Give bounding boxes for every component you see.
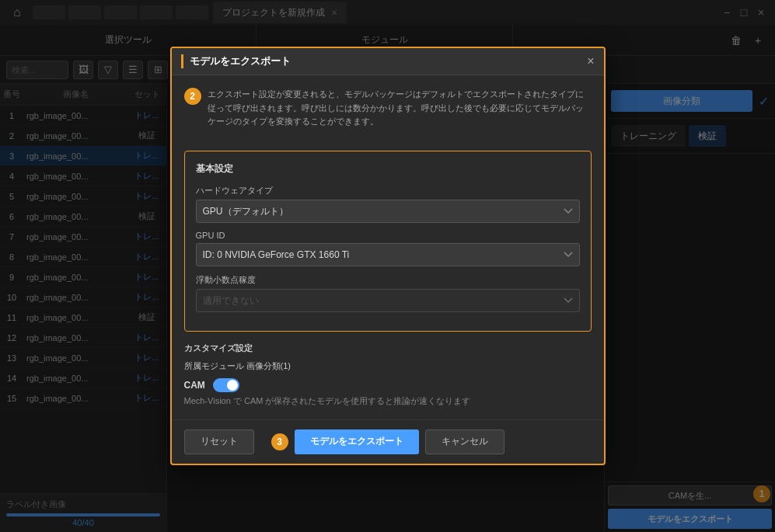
customize-title: カスタマイズ設定	[184, 342, 592, 354]
badge-2: 2	[184, 88, 201, 105]
gpu-id-label: GPU ID	[196, 231, 580, 240]
float-precision-group: 浮動小数点稼度 適用できない	[196, 274, 580, 312]
hardware-type-group: ハードウェアタイプ GPU（デフォルト）	[196, 185, 580, 223]
customize-section: カスタマイズ設定 所属モジュール 画像分類(1) CAM Mech-Vision…	[184, 342, 592, 407]
cam-description: Mech-Vision で CAM が保存されたモデルを使用すると推論が速くなり…	[184, 395, 592, 407]
modal-footer: リセット 3 モデルをエクスポート キャンセル	[172, 419, 604, 464]
cam-toggle[interactable]	[213, 378, 239, 392]
cam-label: CAM	[184, 380, 205, 391]
float-label: 浮動小数点稼度	[196, 274, 580, 286]
reset-button[interactable]: リセット	[184, 429, 254, 454]
cancel-button[interactable]: キャンセル	[425, 429, 504, 454]
modal-body: 2 エクスポート設定が変更されると、モデルパッケージはデフォルトでエクスポートさ…	[172, 75, 604, 419]
description-row: 2 エクスポート設定が変更されると、モデルパッケージはデフォルトでエクスポートさ…	[184, 88, 592, 141]
modal-overlay[interactable]: モデルをエクスポート × 2 エクスポート設定が変更されると、モデルパッケージは…	[0, 0, 775, 532]
modal-title: モデルをエクスポート	[181, 54, 291, 68]
float-select[interactable]: 適用できない	[196, 289, 580, 312]
cam-row: CAM	[184, 378, 592, 392]
hardware-select[interactable]: GPU（デフォルト）	[196, 200, 580, 223]
footer-actions: 3 モデルをエクスポート キャンセル	[271, 429, 504, 454]
export-modal: モデルをエクスポート × 2 エクスポート設定が変更されると、モデルパッケージは…	[170, 47, 606, 465]
badge-3: 3	[271, 433, 288, 450]
modal-header: モデルをエクスポート ×	[172, 48, 604, 75]
modal-description: エクスポート設定が変更されると、モデルパッケージはデフォルトでエクスポートされた…	[208, 88, 592, 129]
gpu-id-group: GPU ID ID: 0 NVIDIA GeForce GTX 1660 Ti	[196, 231, 580, 266]
basic-settings-title: 基本設定	[196, 162, 580, 176]
basic-settings-box: 基本設定 ハードウェアタイプ GPU（デフォルト） GPU ID ID: 0 N…	[184, 151, 592, 332]
modal-close-button[interactable]: ×	[587, 54, 594, 68]
export-confirm-button[interactable]: モデルをエクスポート	[295, 429, 419, 454]
gpu-id-select[interactable]: ID: 0 NVIDIA GeForce GTX 1660 Ti	[196, 243, 580, 266]
hardware-label: ハードウェアタイプ	[196, 185, 580, 196]
module-title: 所属モジュール 画像分類(1)	[184, 360, 592, 372]
